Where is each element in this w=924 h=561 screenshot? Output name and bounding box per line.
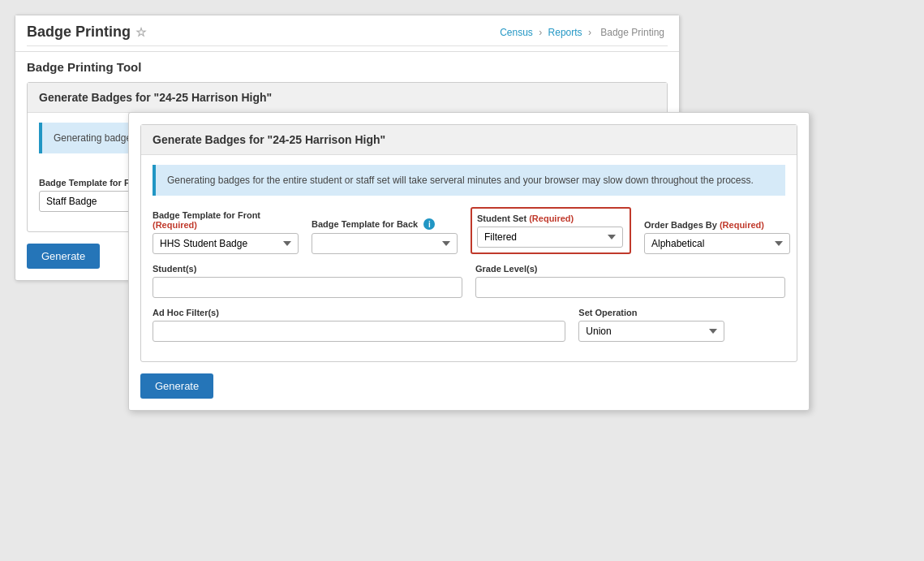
front-adhoc-group: Ad Hoc Filter(s) [153, 308, 565, 342]
front-adhoc-label: Ad Hoc Filter(s) [153, 308, 565, 317]
front-student-set-select[interactable]: Filtered [477, 227, 623, 248]
front-badge-back-group: Badge Template for Back i [312, 218, 458, 254]
front-badge-back-select[interactable] [312, 233, 458, 254]
front-student-set-label: Student Set (Required) [477, 214, 623, 223]
front-form-row-3: Ad Hoc Filter(s) Set Operation Union [153, 308, 785, 342]
front-badge-front-required: (Required) [153, 220, 197, 230]
info-icon[interactable]: i [423, 218, 435, 230]
front-student-set-required: (Required) [529, 214, 574, 223]
favorite-icon[interactable]: ☆ [135, 25, 146, 40]
front-student-set-group: Student Set (Required) Filtered [471, 207, 631, 254]
breadcrumb-sep1: › [539, 27, 542, 38]
breadcrumb-census[interactable]: Census [500, 27, 533, 38]
front-badge-back-label: Badge Template for Back i [312, 218, 458, 230]
front-badge-front-select[interactable]: HHS Student Badge [153, 233, 299, 254]
page-container: Badge Printing ☆ Census › Reports › Badg… [8, 8, 819, 560]
page-title: Badge Printing ☆ [27, 24, 146, 41]
breadcrumb: Census › Reports › Badge Printing [500, 27, 668, 38]
back-section-title: Generate Badges for "24-25 Harrison High… [28, 83, 667, 113]
info-banner-front: Generating badges for the entire student… [153, 165, 785, 196]
front-set-op-label: Set Operation [578, 308, 785, 317]
front-order-by-select[interactable]: Alphabetical [644, 233, 790, 254]
front-order-by-group: Order Badges By (Required) Alphabetical [644, 220, 790, 254]
front-section-panel: Generate Badges for "24-25 Harrison High… [140, 124, 797, 362]
front-set-op-select[interactable]: Union [578, 321, 724, 342]
title-row: Badge Printing ☆ Census › Reports › Badg… [27, 24, 668, 46]
breadcrumb-reports[interactable]: Reports [548, 27, 582, 38]
front-grade-label: Grade Level(s) [475, 264, 785, 274]
title-text: Badge Printing [27, 24, 131, 41]
front-students-label: Student(s) [153, 264, 462, 274]
front-students-group: Student(s) [153, 264, 462, 298]
front-grade-group: Grade Level(s) [475, 264, 785, 298]
student-set-required-wrapper: Student Set (Required) Filtered [471, 207, 631, 254]
front-grade-input[interactable] [475, 277, 785, 298]
tool-title: Badge Printing Tool [15, 52, 679, 82]
front-order-by-required: (Required) [720, 220, 764, 230]
front-panel: Generate Badges for "24-25 Harrison High… [128, 112, 810, 411]
front-students-input[interactable] [153, 277, 462, 298]
front-generate-button[interactable]: Generate [140, 373, 213, 399]
front-adhoc-input[interactable] [153, 321, 565, 342]
breadcrumb-current: Badge Printing [600, 27, 664, 38]
back-panel-header: Badge Printing ☆ Census › Reports › Badg… [15, 15, 679, 52]
front-set-op-group: Set Operation Union [578, 308, 785, 342]
back-generate-button[interactable]: Generate [27, 244, 100, 269]
front-order-by-label: Order Badges By (Required) [644, 220, 790, 230]
front-section-title: Generate Badges for "24-25 Harrison High… [141, 125, 797, 155]
front-section-body: Generating badges for the entire student… [141, 155, 797, 361]
front-badge-front-label: Badge Template for Front (Required) [153, 210, 299, 230]
front-form-row-2: Student(s) Grade Level(s) [153, 264, 785, 298]
breadcrumb-sep2: › [588, 27, 591, 38]
front-badge-front-group: Badge Template for Front (Required) HHS … [153, 210, 299, 254]
front-form-row-1: Badge Template for Front (Required) HHS … [153, 207, 785, 254]
